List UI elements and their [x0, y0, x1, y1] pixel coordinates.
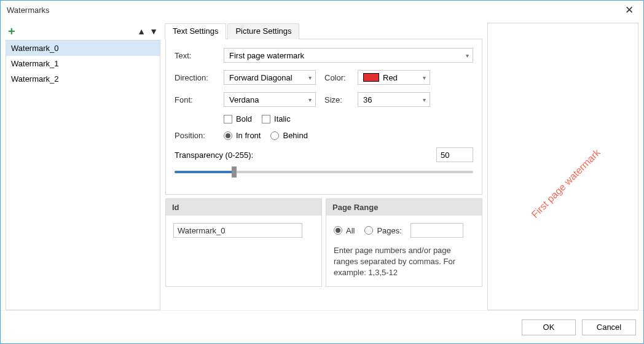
preview-watermark-text: First page watermark [529, 147, 602, 220]
left-column: + ▲ ▼ Watermark_0 Watermark_1 Watermark_… [6, 23, 160, 310]
text-combo[interactable]: First page watermark ▾ [224, 48, 473, 63]
size-combo-value: 36 [363, 95, 372, 104]
watermark-list[interactable]: Watermark_0 Watermark_1 Watermark_2 [6, 40, 160, 310]
close-icon[interactable]: ✕ [621, 2, 637, 18]
preview-panel: First page watermark [487, 23, 638, 310]
row-text: Text: First page watermark ▾ [175, 48, 473, 63]
tab-text-settings[interactable]: Text Settings [165, 23, 226, 39]
button-label: Cancel [597, 322, 621, 332]
size-label: Size: [324, 95, 358, 104]
font-combo-value: Verdana [229, 95, 259, 104]
page-range-panel: Page Range All Pages: [326, 198, 482, 287]
tab-picture-settings[interactable]: Picture Settings [227, 23, 299, 39]
checkbox-icon [262, 115, 270, 123]
tab-label: Text Settings [173, 26, 218, 36]
radio-icon [270, 131, 279, 140]
dialog-footer: OK Cancel [1, 310, 643, 343]
color-swatch-icon [363, 73, 379, 82]
page-range-heading: Page Range [326, 199, 482, 216]
slider-track [175, 171, 473, 173]
slider-thumb[interactable] [232, 166, 237, 178]
pagerange-pages-radio[interactable]: Pages: [364, 226, 401, 235]
button-label: OK [543, 322, 555, 332]
watermarks-dialog: Watermarks ✕ + ▲ ▼ Watermark_0 Watermark… [0, 0, 644, 344]
radio-icon [224, 131, 232, 140]
transparency-value: 50 [441, 150, 449, 160]
row-transparency: Transparency (0-255): 50 [175, 147, 473, 162]
radio-label: In front [236, 131, 261, 140]
middle-column: Text Settings Picture Settings Text: Fir… [165, 23, 482, 310]
position-in-front-radio[interactable]: In front [224, 131, 261, 140]
bold-checkbox-label: Bold [236, 114, 252, 123]
radio-icon [364, 226, 373, 235]
text-combo-value: First page watermark [229, 51, 304, 60]
transparency-label: Transparency (0-255): [175, 150, 436, 160]
direction-combo[interactable]: Forward Diagonal ▾ [224, 70, 316, 85]
text-settings-panel: Text: First page watermark ▾ Direction: … [165, 39, 482, 195]
pagerange-all-radio[interactable]: All [334, 226, 355, 235]
text-label: Text: [175, 51, 224, 60]
checkbox-icon [224, 115, 232, 123]
list-item[interactable]: Watermark_1 [6, 56, 160, 71]
chevron-down-icon: ▾ [423, 74, 426, 81]
chevron-down-icon: ▾ [308, 96, 312, 103]
radio-label: All [346, 226, 355, 235]
list-item-label: Watermark_0 [11, 44, 59, 53]
color-combo[interactable]: Red ▾ [358, 70, 430, 85]
move-down-icon[interactable]: ▼ [149, 26, 158, 36]
reorder-controls: ▲ ▼ [137, 26, 158, 36]
id-panel: Id Watermark_0 [165, 198, 322, 287]
pagerange-pages-input[interactable] [410, 223, 463, 238]
list-item[interactable]: Watermark_2 [6, 71, 160, 87]
transparency-input[interactable]: 50 [436, 147, 473, 162]
subpanels: Id Watermark_0 Page Range All [165, 198, 482, 287]
italic-checkbox[interactable]: Italic [262, 114, 291, 123]
ok-button[interactable]: OK [522, 319, 576, 335]
id-input-value: Watermark_0 [178, 226, 226, 235]
transparency-slider[interactable] [175, 165, 473, 179]
list-item-label: Watermark_1 [11, 59, 59, 68]
row-direction-color: Direction: Forward Diagonal ▾ Color: Red… [175, 70, 473, 85]
color-combo-value: Red [383, 73, 398, 82]
list-item[interactable]: Watermark_0 [6, 41, 160, 56]
cancel-button[interactable]: Cancel [582, 319, 636, 335]
position-behind-radio[interactable]: Behind [270, 131, 307, 140]
direction-label: Direction: [175, 73, 224, 82]
row-bold-italic: Bold Italic [175, 114, 473, 123]
id-input[interactable]: Watermark_0 [173, 223, 302, 238]
radio-icon [334, 226, 342, 235]
row-position: Position: In front Behind [175, 131, 473, 140]
font-combo[interactable]: Verdana ▾ [224, 92, 316, 107]
left-toolbar: + ▲ ▼ [6, 23, 160, 40]
chevron-down-icon: ▾ [466, 52, 469, 59]
id-body: Watermark_0 [166, 216, 321, 245]
bold-checkbox[interactable]: Bold [224, 114, 252, 123]
tab-bar: Text Settings Picture Settings [165, 23, 482, 39]
tab-label: Picture Settings [235, 26, 291, 36]
font-label: Font: [175, 95, 224, 104]
chevron-down-icon: ▾ [423, 96, 426, 103]
color-label: Color: [324, 73, 358, 82]
slider-fill [175, 171, 234, 173]
tabs-wrap: Text Settings Picture Settings Text: Fir… [165, 23, 482, 195]
page-range-body: All Pages: Enter page numbers and/or pag… [326, 216, 482, 286]
row-font-size: Font: Verdana ▾ Size: 36 ▾ [175, 92, 473, 107]
radio-label: Pages: [377, 226, 401, 235]
position-label: Position: [175, 131, 224, 140]
id-heading: Id [166, 199, 321, 216]
list-item-label: Watermark_2 [11, 74, 59, 84]
content-area: + ▲ ▼ Watermark_0 Watermark_1 Watermark_… [1, 19, 643, 310]
radio-label: Behind [283, 131, 307, 140]
move-up-icon[interactable]: ▲ [137, 26, 146, 36]
size-combo[interactable]: 36 ▾ [358, 92, 430, 107]
chevron-down-icon: ▾ [308, 74, 312, 81]
pagerange-hint: Enter page numbers and/or page ranges se… [334, 245, 474, 279]
direction-combo-value: Forward Diagonal [229, 73, 293, 82]
titlebar: Watermarks ✕ [1, 1, 643, 19]
dialog-title: Watermarks [7, 6, 50, 15]
add-watermark-icon[interactable]: + [8, 25, 15, 37]
italic-checkbox-label: Italic [274, 114, 291, 123]
